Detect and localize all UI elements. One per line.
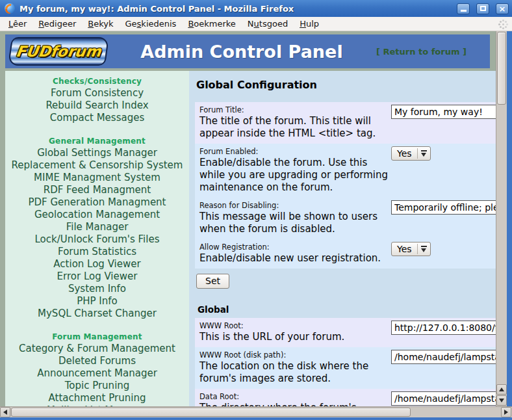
sidebar-item-action-log-viewer[interactable]: Action Log Viewer [5, 258, 189, 270]
return-to-forum-link[interactable]: [ Return to forum ] [376, 47, 490, 57]
dropdown-arrow-icon [421, 246, 427, 252]
vertical-scrollbar[interactable] [496, 31, 507, 406]
menu-boekmerke[interactable]: Boekmerke [182, 17, 241, 31]
main-content: Global Configuration Forum Title:The tit… [189, 71, 496, 406]
sidebar-section-forum-management: Forum ManagementCategory & Forum Managem… [5, 332, 189, 406]
sidebar-item-announcement-manager[interactable]: Announcement Manager [5, 367, 189, 380]
select-value: Yes [397, 148, 412, 159]
horizontal-scrollbar[interactable] [0, 406, 512, 417]
menu-geskiedenis[interactable]: Geskiedenis [120, 17, 183, 31]
sidebar-item-error-log-viewer[interactable]: Error Log Viewer [5, 270, 189, 283]
close-icon: × [499, 5, 506, 13]
sidebar-item-rdf-feed-managment[interactable]: RDF Feed Managment [5, 184, 189, 196]
sidebar-item-topic-pruning[interactable]: Topic Pruning [5, 380, 189, 392]
field-description: This message will be shown to users when… [199, 211, 389, 235]
page: FUDforum Admin Control Panel [ Return to… [0, 31, 496, 406]
page-title: Admin Control Panel [107, 42, 376, 62]
chevron-down-icon [499, 399, 504, 402]
sidebar-section-title: Checks/Consistency [5, 76, 189, 87]
section-heading-global: Global [198, 304, 496, 315]
field-description: This is the URL of your forum. [199, 331, 389, 343]
maximize-button[interactable] [476, 3, 489, 14]
forum-title-input[interactable] [391, 105, 496, 119]
window-title: My forum, my way!: Admin Control Panel -… [19, 4, 450, 14]
sidebar-item-deleted-forums[interactable]: Deleted Forums [5, 355, 189, 367]
form-row-allow-registration: Allow Registration:Enable/disable new us… [195, 239, 496, 269]
sidebar-item-lock-unlock-forum-s-files[interactable]: Lock/Unlock Forum's Files [5, 233, 189, 246]
scroll-left-button[interactable] [0, 407, 10, 417]
fudforum-logo: FUDforum [8, 37, 109, 66]
minimize-button[interactable] [457, 3, 470, 14]
sidebar-section-checks-consistency: Checks/ConsistencyForum ConsistencyRebui… [5, 76, 189, 124]
sidebar-item-mime-managment-system[interactable]: MIME Managment System [5, 172, 189, 184]
sidebar-item-forum-consistency[interactable]: Forum Consistency [5, 87, 189, 99]
sidebar-section-title: Forum Management [5, 332, 189, 343]
data-root-input[interactable] [391, 391, 496, 406]
field-description: The directory where the forum's internal… [199, 402, 389, 406]
admin-header-banner: FUDforum Admin Control Panel [ Return to… [5, 34, 490, 68]
sidebar-item-global-settings-manager[interactable]: Global Settings Manager [5, 147, 189, 159]
www-root-input[interactable] [391, 321, 496, 335]
field-description: The location on the disk where the forum… [199, 360, 389, 385]
window-titlebar[interactable]: My forum, my way!: Admin Control Panel -… [0, 0, 512, 17]
chevron-up-icon [499, 387, 504, 391]
sidebar-item-attachment-pruning[interactable]: Attachment Pruning [5, 392, 189, 404]
field-description: The title of the forum. This title will … [199, 115, 389, 140]
field-description: Enable/disable new user registration. [199, 252, 389, 265]
sidebar-section-general-management: General ManagementGlobal Settings Manage… [5, 136, 189, 320]
menu-bar: LêerRedigeerBekykGeskiedenisBoekmerkeNut… [0, 17, 512, 31]
select-value: Yes [397, 244, 412, 254]
form-row-reason-for-disabling: Reason for Disabling:This message will b… [195, 198, 496, 239]
form-row-forum-enabled: Forum Enabled:Enable/disable the forum. … [195, 144, 496, 198]
allow-registration-select[interactable]: Yes [391, 242, 431, 256]
field-label: Allow Registration: [199, 243, 496, 252]
form-row-www-root-disk-path: WWW Root (disk path):The location on the… [195, 347, 496, 389]
maximize-icon [480, 6, 486, 11]
sidebar-item-forum-statistics[interactable]: Forum Statistics [5, 246, 189, 258]
scroll-right-button[interactable] [501, 407, 511, 417]
sidebar-item-replacement-censorship-system[interactable]: Replacement & Censorship System [5, 159, 189, 172]
close-button[interactable]: × [496, 3, 509, 14]
sidebar-item-compact-messages[interactable]: Compact Messages [5, 112, 189, 124]
field-description: Enable/disable the forum. Use this while… [199, 157, 389, 194]
sidebar-section-title: General Management [5, 136, 189, 147]
fudforum-logo-text: FUDforum [15, 43, 103, 60]
menu-l-er[interactable]: Lêer [3, 17, 32, 31]
field-label: Forum Enabled: [199, 147, 496, 156]
sidebar-item-geolocation-management[interactable]: Geolocation Management [5, 209, 189, 221]
browser-window: My forum, my way!: Admin Control Panel -… [0, 0, 512, 420]
form-row-forum-title: Forum Title:The title of the forum. This… [195, 102, 496, 144]
set-button[interactable]: Set [196, 274, 229, 289]
sidebar-item-php-info[interactable]: PHP Info [5, 295, 189, 308]
sidebar-item-category-forum-management[interactable]: Category & Forum Management [5, 343, 189, 355]
form-row-data-root: Data Root:The directory where the forum'… [195, 389, 496, 406]
www-root-disk-path-input[interactable] [391, 350, 496, 364]
scroll-up-button[interactable] [496, 384, 507, 395]
menu-bekyk[interactable]: Bekyk [82, 17, 119, 31]
sidebar-item-file-manager[interactable]: File Manager [5, 221, 189, 233]
sidebar-item-system-info[interactable]: System Info [5, 283, 189, 295]
dropdown-arrow-icon [421, 150, 427, 157]
vertical-scrollbar-thumb[interactable] [497, 32, 506, 105]
admin-sidebar: Checks/ConsistencyForum ConsistencyRebui… [5, 71, 189, 406]
sidebar-item-mysql-charset-changer[interactable]: MySQL Charset Changer [5, 308, 189, 320]
menu-hulp[interactable]: Hulp [294, 17, 325, 31]
reason-for-disabling-input[interactable] [391, 200, 496, 215]
section-heading-global-configuration: Global Configuration [196, 79, 496, 91]
scroll-down-button[interactable] [496, 395, 507, 406]
firefox-icon [5, 3, 15, 14]
menu-redigeer[interactable]: Redigeer [32, 17, 82, 31]
throbber-icon [498, 19, 508, 29]
chevron-left-icon [3, 410, 7, 415]
forum-enabled-select[interactable]: Yes [391, 146, 431, 161]
sidebar-item-pdf-generation-managment[interactable]: PDF Generation Managment [5, 196, 189, 209]
minimize-icon [461, 10, 467, 12]
menu-nutsgoed[interactable]: Nutsgoed [242, 17, 294, 31]
sidebar-item-rebuild-search-index[interactable]: Rebuild Search Index [5, 99, 189, 112]
form-row-www-root: WWW Root:This is the URL of your forum. [195, 318, 496, 347]
chevron-right-icon [504, 410, 508, 415]
browser-viewport: FUDforum Admin Control Panel [ Return to… [0, 31, 512, 406]
horizontal-scrollbar-thumb[interactable] [11, 408, 411, 417]
